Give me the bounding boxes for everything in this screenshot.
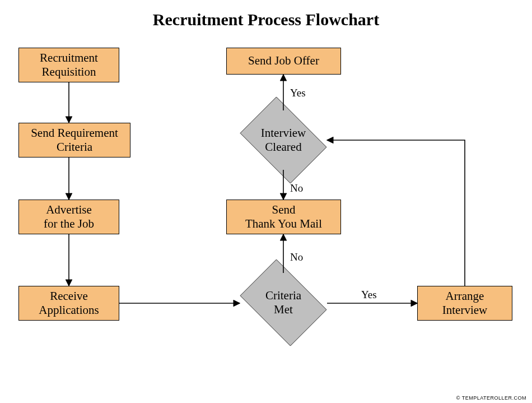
node-recruitment-requisition: RecruitmentRequisition [18,48,119,82]
node-label: Send Job Offer [248,54,319,68]
node-send-requirement-criteria: Send RequirementCriteria [18,123,130,158]
node-send-thank-you: SendThank You Mail [226,200,341,234]
node-label: ArrangeInterview [442,289,487,317]
node-arrange-interview: ArrangeInterview [417,286,512,321]
footer-credit: © TEMPLATEROLLER.COM [456,395,526,401]
page-title: Recruitment Process Flowchart [0,10,532,29]
decision-label: CriteriaMet [265,289,301,317]
node-advertise-for-job: Advertisefor the Job [18,200,119,234]
edge-label-yes: Yes [290,87,306,99]
node-label: Send RequirementCriteria [31,126,118,154]
node-label: SendThank You Mail [245,203,322,231]
flowchart-canvas: Recruitment Process Flowchart Recruitmen… [0,0,532,403]
node-label: RecruitmentRequisition [40,51,98,79]
node-receive-applications: ReceiveApplications [18,286,119,321]
edge-label-yes: Yes [361,289,377,301]
node-label: Advertisefor the Job [44,203,94,231]
decision-criteria-met: CriteriaMet [233,266,334,339]
edge-label-no: No [290,251,303,263]
decision-interview-cleared: InterviewCleared [233,104,334,177]
decision-label: InterviewCleared [261,126,306,154]
node-send-job-offer: Send Job Offer [226,48,341,75]
node-label: ReceiveApplications [39,289,99,317]
edge-label-no: No [290,182,303,194]
